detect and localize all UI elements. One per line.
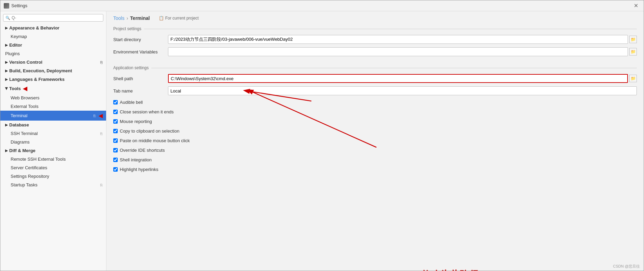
mouse-reporting-checkbox[interactable] <box>113 119 118 124</box>
shell-integration-checkbox[interactable] <box>113 158 118 162</box>
sidebar-label-diff: Diff & Merge <box>9 148 36 153</box>
tab-name-input[interactable] <box>168 86 637 95</box>
override-ide-row: Override IDE shortcuts <box>113 146 637 155</box>
close-session-row: Close session when it ends <box>113 107 637 116</box>
paste-middle-row: Paste on middle mouse button click <box>113 136 637 145</box>
sidebar: 🔍 ▶ Appearance & Behavior Keymap ▶ Edito… <box>0 11 106 271</box>
arrow-icon: ▶ <box>5 43 8 47</box>
sidebar-label-keymap: Keymap <box>11 34 27 39</box>
copy-clipboard-row: Copy to clipboard on selection <box>113 126 637 135</box>
close-button[interactable]: ✕ <box>632 2 640 9</box>
sidebar-item-plugins[interactable]: Plugins <box>0 49 106 58</box>
copy-icon: ⎘ <box>100 183 103 187</box>
sidebar-label-startup: Startup Tasks <box>11 182 38 187</box>
sidebar-item-external-tools[interactable]: External Tools <box>0 102 106 111</box>
highlight-hyperlinks-row: Highlight hyperlinks <box>113 165 637 174</box>
sidebar-item-database[interactable]: ▶ Database <box>0 121 106 129</box>
start-directory-browse-button[interactable]: 📁 <box>629 36 637 43</box>
arrow-icon: ▶ <box>5 87 9 90</box>
sidebar-label-settings-repo: Settings Repository <box>11 174 49 179</box>
shell-integration-label: Shell integration <box>120 157 152 162</box>
sidebar-item-editor[interactable]: ▶ Editor <box>0 41 106 49</box>
breadcrumb-separator: › <box>127 15 128 21</box>
sidebar-label-tools: Tools <box>9 86 21 91</box>
shell-path-browse-button[interactable]: 📁 <box>629 75 637 82</box>
arrow-icon: ▶ <box>5 123 8 127</box>
env-variables-row: Environment Variables 📁 <box>113 46 637 57</box>
app-icon <box>4 3 9 9</box>
shell-path-container: 📁 <box>168 74 637 83</box>
sidebar-label-appearance: Appearance & Behavior <box>9 25 60 30</box>
copy-icon: ⎘ <box>100 60 103 64</box>
sidebar-item-keymap[interactable]: Keymap <box>0 32 106 41</box>
start-directory-container: 📁 <box>168 35 637 44</box>
sidebar-label-build: Build, Execution, Deployment <box>9 68 72 73</box>
copy-clipboard-checkbox[interactable] <box>113 129 118 133</box>
tab-name-container <box>168 86 637 95</box>
sidebar-item-startup-tasks[interactable]: Startup Tasks ⎘ <box>0 181 106 189</box>
shell-integration-row: Shell integration <box>113 155 637 164</box>
audible-bell-row: Audible bell <box>113 98 637 107</box>
project-settings-form: Start directory 📁 Environment Variables … <box>106 33 644 60</box>
window-title: Settings <box>11 3 632 8</box>
sidebar-item-appearance[interactable]: ▶ Appearance & Behavior <box>0 24 106 32</box>
shell-path-row: Shell path 📁 <box>113 73 637 84</box>
paste-middle-checkbox[interactable] <box>113 138 118 143</box>
sidebar-item-web-browsers[interactable]: Web Browsers <box>0 94 106 102</box>
close-session-checkbox[interactable] <box>113 110 118 114</box>
env-variables-browse-button[interactable]: 📁 <box>629 48 637 56</box>
shell-path-input[interactable] <box>168 74 628 83</box>
env-variables-label: Environment Variables <box>113 49 168 54</box>
tab-name-row: Tab name <box>113 85 637 96</box>
breadcrumb-current: Terminal <box>130 15 150 21</box>
tools-arrow-annotation: ◀ <box>23 85 27 92</box>
copy-icon-terminal: ⎘ <box>93 114 96 118</box>
override-ide-label: Override IDE shortcuts <box>120 148 165 153</box>
start-directory-row: Start directory 📁 <box>113 34 637 45</box>
for-current-project: 📋 For current project <box>159 16 199 21</box>
sidebar-item-server-certs[interactable]: Server Certificates <box>0 163 106 172</box>
for-project-icon: 📋 <box>159 16 164 21</box>
sidebar-item-languages[interactable]: ▶ Languages & Frameworks <box>0 75 106 84</box>
sidebar-label-terminal: Terminal <box>11 113 27 118</box>
sidebar-item-settings-repo[interactable]: Settings Repository <box>0 172 106 181</box>
sidebar-item-build[interactable]: ▶ Build, Execution, Deployment <box>0 66 106 75</box>
search-icon: 🔍 <box>5 16 10 20</box>
start-directory-label: Start directory <box>113 37 168 42</box>
highlight-hyperlinks-label: Highlight hyperlinks <box>120 167 158 172</box>
sidebar-label-ssh: SSH Terminal <box>11 131 38 136</box>
mouse-reporting-row: Mouse reporting <box>113 117 637 126</box>
arrow-icon: ▶ <box>5 69 8 73</box>
sidebar-item-diff-merge[interactable]: ▶ Diff & Merge <box>0 146 106 155</box>
sidebar-item-remote-ssh[interactable]: Remote SSH External Tools <box>0 155 106 163</box>
sidebar-item-terminal[interactable]: Terminal ⎘ ◀ <box>0 111 106 121</box>
sidebar-item-tools[interactable]: ▶ Tools ◀ <box>0 84 106 94</box>
app-settings-form: Shell path 📁 Tab name <box>106 72 644 176</box>
breadcrumb-parent[interactable]: Tools <box>113 15 125 21</box>
arrow-icon: ▶ <box>5 26 8 30</box>
shell-path-label: Shell path <box>113 76 168 81</box>
env-variables-input[interactable] <box>168 47 628 56</box>
arrow-icon: ▶ <box>5 77 8 81</box>
env-variables-container: 📁 <box>168 47 637 56</box>
annotation-text: 修改为此路径 <box>421 268 479 271</box>
project-settings-section: Project settings <box>106 24 644 33</box>
override-ide-checkbox[interactable] <box>113 148 118 152</box>
highlight-hyperlinks-checkbox[interactable] <box>113 167 118 172</box>
sidebar-label-external-tools: External Tools <box>11 104 38 109</box>
sidebar-item-diagrams[interactable]: Diagrams <box>0 138 106 146</box>
sidebar-item-ssh-terminal[interactable]: SSH Terminal ⎘ <box>0 129 106 138</box>
paste-middle-label: Paste on middle mouse button click <box>120 138 190 143</box>
mouse-reporting-label: Mouse reporting <box>120 119 152 124</box>
main-panel: Tools › Terminal 📋 For current project P… <box>106 11 644 271</box>
search-input[interactable] <box>12 15 101 20</box>
arrow-icon: ▶ <box>5 149 8 152</box>
audible-bell-checkbox[interactable] <box>113 100 118 104</box>
sidebar-item-version-control[interactable]: ▶ Version Control ⎘ <box>0 58 106 66</box>
tab-name-label: Tab name <box>113 88 168 94</box>
sidebar-label-web-browsers: Web Browsers <box>11 95 39 100</box>
title-bar: Settings ✕ <box>0 0 644 11</box>
start-directory-input[interactable] <box>168 35 628 44</box>
sidebar-label-diagrams: Diagrams <box>11 139 30 145</box>
sidebar-label-vc: Version Control <box>9 60 42 65</box>
